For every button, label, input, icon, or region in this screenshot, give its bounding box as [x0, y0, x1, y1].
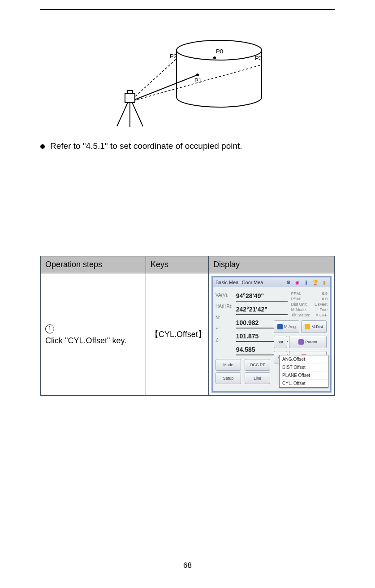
cell-keys: 【CYL.Offset】	[146, 273, 209, 395]
svg-point-2	[196, 74, 199, 76]
settings-icon: ⚙	[285, 279, 292, 285]
psm-value: 0.0	[322, 296, 328, 302]
param-icon	[298, 339, 304, 345]
th-keys: Keys	[146, 256, 209, 273]
mang-label: M.Ang	[284, 324, 296, 329]
psm-label: PSM:	[291, 296, 301, 302]
operation-table: Operation steps Keys Display 1 Click "CY…	[40, 256, 335, 396]
label-p0: P0	[216, 48, 223, 55]
coor-label: oor	[277, 340, 283, 344]
setup-button[interactable]: Setup	[216, 372, 241, 384]
svg-rect-4	[127, 91, 133, 94]
occpt-label: OCC PT	[250, 363, 265, 367]
top-rule	[40, 9, 335, 10]
trophy-icon: 🏆	[312, 279, 319, 285]
cylinder-diagram: P0 P2 P3 P1	[103, 32, 273, 131]
label-e: E:	[216, 326, 233, 331]
step-text: Click "CYL.Offset" key.	[45, 336, 126, 345]
screenshot-titlebar: Basic Mea--Coor.Mea ⚙ ◉ ∦ 🏆 ▮	[213, 277, 330, 287]
table-row: 1 Click "CYL.Offset" key. 【CYL.Offset】 B…	[41, 273, 335, 395]
table-header-row: Operation steps Keys Display	[41, 256, 335, 273]
device-screenshot: Basic Mea--Coor.Mea ⚙ ◉ ∦ 🏆 ▮ VA(V): HA(	[211, 276, 332, 393]
distunit-label: Dist Unit:	[291, 302, 308, 307]
titlebar-status-icons: ⚙ ◉ ∦ 🏆 ▮	[284, 279, 328, 285]
cell-step: 1 Click "CYL.Offset" key.	[41, 273, 146, 395]
page-number: 68	[0, 561, 375, 570]
mode-button[interactable]: Mode	[216, 359, 241, 371]
line-label: Line	[254, 376, 261, 380]
mmode-label: M.Mode:	[291, 307, 307, 312]
coor-button-partial[interactable]: oor	[274, 336, 287, 348]
label-p3: P3	[255, 55, 262, 61]
value-ha: 242°21'42"	[236, 304, 288, 315]
popup-dist-offset[interactable]: DIST Offset	[280, 363, 328, 372]
label-n: N:	[216, 315, 233, 320]
mmode-value: Fine	[319, 307, 328, 312]
tilt-value: A.OFF	[316, 312, 328, 318]
battery-icon: ▮	[321, 279, 328, 285]
bluetooth-icon: ∦	[303, 279, 310, 285]
bullet-line: Refer to "4.5.1" to set coordinate of oc…	[40, 140, 335, 153]
ppm-value: 6.9	[322, 291, 328, 296]
bullet-text: Refer to "4.5.1" to set coordinate of oc…	[50, 141, 242, 151]
mode-label: Mode	[223, 363, 233, 367]
label-ha: HA(HR):	[216, 304, 233, 309]
param-label: Param	[305, 340, 317, 344]
mdist-icon	[305, 324, 310, 329]
bullet-dot-icon	[40, 144, 45, 149]
th-display: Display	[209, 256, 335, 273]
popup-cyl-offset[interactable]: CYL. Offset	[280, 380, 328, 387]
setup-label: Setup	[223, 376, 234, 380]
occpt-button[interactable]: OCC PT	[245, 359, 270, 371]
labels-column: VA(V): HA(HR): N: E: Z:	[216, 290, 233, 355]
svg-rect-3	[125, 94, 135, 103]
label-p1: P1	[194, 77, 202, 84]
popup-plane-offset[interactable]: PLANE Offset	[280, 372, 328, 380]
line-button[interactable]: Line	[245, 372, 270, 384]
signal-icon: ◉	[294, 279, 301, 285]
mang-button[interactable]: M.Ang	[274, 320, 299, 333]
value-va: 94°28'49"	[236, 291, 288, 302]
th-operation-steps: Operation steps	[41, 256, 146, 273]
mdist-button[interactable]: M.Dist	[301, 320, 327, 333]
tilt-label: Tilt Status:	[291, 312, 310, 318]
label-z: Z:	[216, 337, 233, 342]
offset-popup-menu: ANG.Offset DIST Offset PLANE Offset CYL.…	[279, 355, 328, 388]
step-number-circle: 1	[45, 324, 54, 333]
distunit-value: UsFeet	[315, 302, 328, 307]
diagram-area: P0 P2 P3 P1	[40, 32, 335, 131]
popup-ang-offset[interactable]: ANG.Offset	[280, 355, 328, 363]
svg-point-1	[213, 56, 216, 59]
label-p2: P2	[170, 53, 177, 60]
label-va: VA(V):	[216, 293, 233, 298]
mdist-label: M.Dist	[311, 324, 323, 329]
param-button[interactable]: Param	[289, 336, 327, 348]
mang-icon	[277, 324, 283, 329]
cell-display: Basic Mea--Coor.Mea ⚙ ◉ ∦ 🏆 ▮ VA(V): HA(	[209, 273, 335, 395]
screenshot-title: Basic Mea--Coor.Mea	[216, 280, 263, 285]
ppm-label: PPM:	[291, 291, 301, 296]
